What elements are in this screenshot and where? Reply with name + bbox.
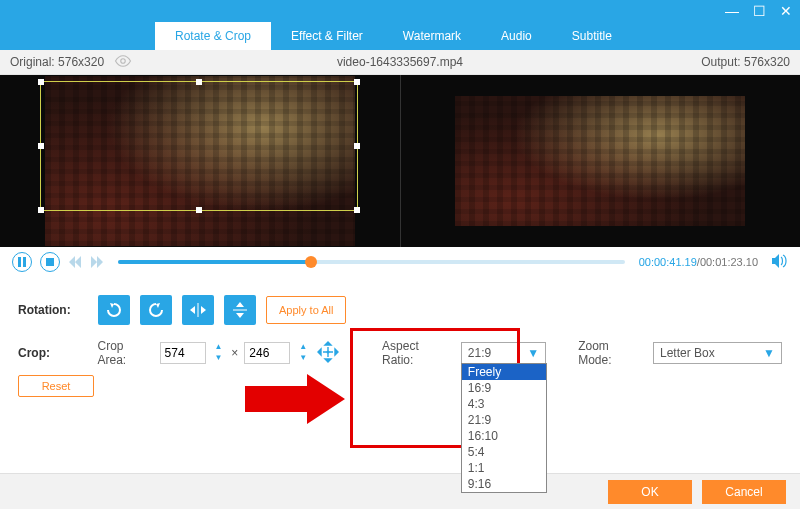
svg-point-4 bbox=[327, 350, 330, 353]
aspect-option[interactable]: 4:3 bbox=[462, 396, 546, 412]
apply-to-all-button[interactable]: Apply to All bbox=[266, 296, 346, 324]
svg-rect-2 bbox=[23, 257, 26, 267]
playback-bar: 00:00:41.19/00:01:23.10 bbox=[0, 247, 800, 277]
svg-rect-3 bbox=[46, 258, 54, 266]
chevron-down-icon: ▼ bbox=[527, 346, 539, 360]
crop-handle[interactable] bbox=[354, 143, 360, 149]
chevron-down-icon: ▼ bbox=[763, 346, 775, 360]
crop-handle[interactable] bbox=[196, 207, 202, 213]
rotate-left-button[interactable] bbox=[98, 295, 130, 325]
crop-height-input[interactable] bbox=[244, 342, 290, 364]
rotate-right-button[interactable] bbox=[140, 295, 172, 325]
tab-bar: Rotate & Crop Effect & Filter Watermark … bbox=[0, 22, 800, 50]
filename-label: video-1643335697.mp4 bbox=[337, 55, 463, 69]
tab-effect-filter[interactable]: Effect & Filter bbox=[271, 22, 383, 50]
annotation-arrow-icon bbox=[245, 374, 345, 427]
prev-button[interactable] bbox=[68, 255, 82, 269]
tab-subtitle[interactable]: Subtitle bbox=[552, 22, 632, 50]
crop-handle[interactable] bbox=[196, 79, 202, 85]
preview-output bbox=[400, 75, 801, 247]
aspect-ratio-dropdown: Freely 16:9 4:3 21:9 16:10 5:4 1:1 9:16 bbox=[461, 363, 547, 493]
aspect-option[interactable]: 5:4 bbox=[462, 444, 546, 460]
original-label: Original: 576x320 bbox=[10, 55, 104, 69]
tab-watermark[interactable]: Watermark bbox=[383, 22, 481, 50]
crop-area-label: Crop Area: bbox=[97, 339, 153, 367]
stepper-down-icon[interactable]: ▼ bbox=[212, 353, 226, 364]
stepper-down-icon[interactable]: ▼ bbox=[296, 353, 310, 364]
aspect-option[interactable]: 16:9 bbox=[462, 380, 546, 396]
close-icon[interactable]: ✕ bbox=[780, 3, 792, 19]
stepper-up-icon[interactable]: ▲ bbox=[296, 342, 310, 353]
stepper-up-icon[interactable]: ▲ bbox=[212, 342, 226, 353]
seek-knob[interactable] bbox=[305, 256, 317, 268]
preview-original bbox=[0, 75, 400, 247]
zoom-mode-label: Zoom Mode: bbox=[578, 339, 645, 367]
output-label: Output: 576x320 bbox=[701, 55, 800, 69]
seek-slider[interactable] bbox=[118, 260, 625, 264]
controls-panel: Rotation: Apply to All Crop: Crop Area: … bbox=[0, 277, 800, 397]
maximize-icon[interactable]: ☐ bbox=[753, 3, 766, 19]
next-button[interactable] bbox=[90, 255, 104, 269]
crop-sep: × bbox=[231, 346, 238, 360]
time-display: 00:00:41.19/00:01:23.10 bbox=[639, 256, 758, 268]
flip-vertical-button[interactable] bbox=[224, 295, 256, 325]
cancel-button[interactable]: Cancel bbox=[702, 480, 786, 504]
aspect-option[interactable]: Freely bbox=[462, 364, 546, 380]
crop-handle[interactable] bbox=[38, 79, 44, 85]
video-thumb-output bbox=[455, 96, 745, 226]
tab-audio[interactable]: Audio bbox=[481, 22, 552, 50]
aspect-option[interactable]: 16:10 bbox=[462, 428, 546, 444]
title-bar: ― ☐ ✕ bbox=[0, 0, 800, 22]
aspect-option[interactable]: 21:9 bbox=[462, 412, 546, 428]
aspect-option[interactable]: 9:16 bbox=[462, 476, 546, 492]
aspect-ratio-select[interactable]: 21:9▼ bbox=[461, 342, 546, 364]
aspect-option[interactable]: 1:1 bbox=[462, 460, 546, 476]
crop-handle[interactable] bbox=[38, 143, 44, 149]
ok-button[interactable]: OK bbox=[608, 480, 692, 504]
svg-point-0 bbox=[121, 58, 126, 63]
tab-rotate-crop[interactable]: Rotate & Crop bbox=[155, 22, 271, 50]
preview-area bbox=[0, 75, 800, 247]
crop-label: Crop: bbox=[18, 346, 87, 360]
aspect-ratio-label: Aspect Ratio: bbox=[382, 339, 453, 367]
eye-icon[interactable] bbox=[114, 55, 132, 70]
flip-horizontal-button[interactable] bbox=[182, 295, 214, 325]
zoom-mode-select[interactable]: Letter Box▼ bbox=[653, 342, 782, 364]
minimize-icon[interactable]: ― bbox=[725, 3, 739, 19]
volume-icon[interactable] bbox=[772, 254, 788, 271]
move-icon[interactable] bbox=[316, 340, 340, 367]
reset-button[interactable]: Reset bbox=[18, 375, 94, 397]
crop-width-input[interactable] bbox=[160, 342, 206, 364]
crop-handle[interactable] bbox=[354, 207, 360, 213]
svg-rect-1 bbox=[18, 257, 21, 267]
crop-handle[interactable] bbox=[38, 207, 44, 213]
rotation-label: Rotation: bbox=[18, 303, 88, 317]
crop-rectangle[interactable] bbox=[40, 81, 358, 211]
info-bar: Original: 576x320 video-1643335697.mp4 O… bbox=[0, 50, 800, 75]
footer-bar: OK Cancel bbox=[0, 473, 800, 509]
play-button[interactable] bbox=[12, 252, 32, 272]
crop-handle[interactable] bbox=[354, 79, 360, 85]
stop-button[interactable] bbox=[40, 252, 60, 272]
